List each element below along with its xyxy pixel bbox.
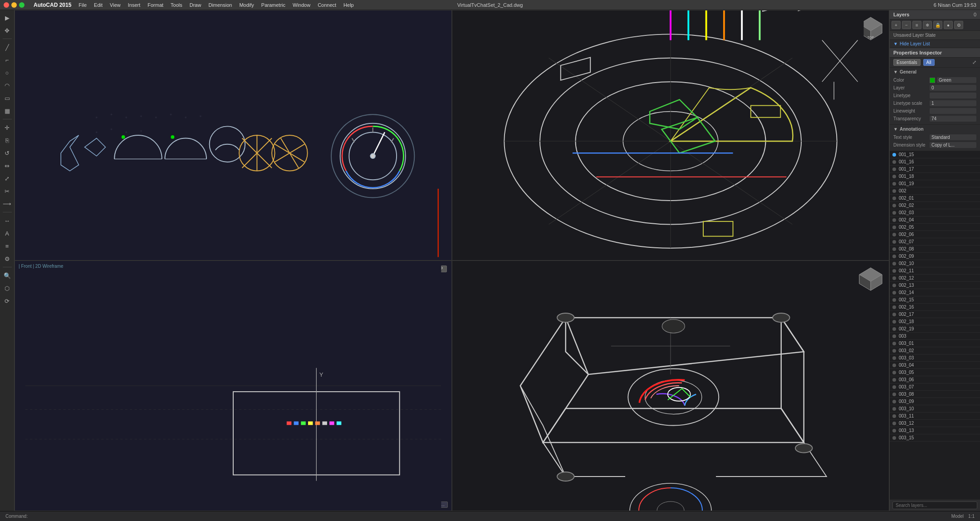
layer-row[interactable]: 002_16 xyxy=(890,304,980,311)
layer-value[interactable]: 0 xyxy=(930,85,976,91)
layer-row[interactable]: 001_17 xyxy=(890,166,980,173)
layer-row[interactable]: 003_13 xyxy=(890,427,980,434)
layer-row[interactable]: 003_02 xyxy=(890,347,980,354)
hide-layer-list-btn[interactable]: ▼ Hide Layer List xyxy=(890,40,980,48)
menu-insert[interactable]: Insert xyxy=(128,2,141,8)
tool-hatch[interactable]: ▦ xyxy=(1,105,13,117)
layer-row[interactable]: 002_12 xyxy=(890,275,980,282)
tool-polyline[interactable]: ⌐ xyxy=(1,54,13,66)
tool-arc[interactable]: ◠ xyxy=(1,79,13,91)
layer-row[interactable]: 003_11 xyxy=(890,413,980,420)
tool-pan[interactable]: ✥ xyxy=(1,25,13,36)
layer-row[interactable]: 003_10 xyxy=(890,405,980,413)
tool-trim[interactable]: ✂ xyxy=(1,185,13,197)
menu-file[interactable]: File xyxy=(78,2,87,8)
tool-move[interactable]: ✛ xyxy=(1,122,13,133)
viewport-top-right[interactable]: TOP xyxy=(452,10,889,260)
layer-row[interactable]: 003_03 xyxy=(890,354,980,362)
menu-parametric[interactable]: Parametric xyxy=(261,2,285,8)
layer-row[interactable]: 002_08 xyxy=(890,246,980,253)
tool-copy[interactable]: ⎘ xyxy=(1,134,13,146)
tool-extend[interactable]: ⟶ xyxy=(1,198,13,210)
layer-row[interactable]: 002_11 xyxy=(890,267,980,275)
linetype-value[interactable] xyxy=(930,93,976,98)
layer-row[interactable]: 003_04 xyxy=(890,362,980,369)
layer-row[interactable]: 002_15 xyxy=(890,296,980,304)
color-value[interactable]: Green xyxy=(937,77,976,83)
layer-color-btn[interactable]: ● xyxy=(944,21,953,29)
layer-row[interactable]: 002_06 xyxy=(890,231,980,238)
layer-row[interactable]: 003_06 xyxy=(890,376,980,383)
layer-row[interactable]: 002_09 xyxy=(890,253,980,260)
layer-row[interactable]: 003_01 xyxy=(890,340,980,347)
menu-view[interactable]: View xyxy=(110,2,121,8)
layer-row[interactable]: 002_07 xyxy=(890,238,980,246)
layer-row[interactable]: 003 xyxy=(890,333,980,340)
layer-freeze-btn[interactable]: ❄ xyxy=(923,21,932,29)
viewport-top-left[interactable]: N S W E xyxy=(15,10,452,260)
maximize-button[interactable] xyxy=(19,2,24,8)
layers-list[interactable]: 001_15001_16001_17001_18001_19002002_010… xyxy=(890,151,980,499)
layer-row[interactable]: 002_03 xyxy=(890,209,980,216)
layer-row[interactable]: 003_12 xyxy=(890,420,980,427)
layer-row[interactable]: 002 xyxy=(890,187,980,195)
tool-line[interactable]: ╱ xyxy=(1,41,13,53)
menu-draw[interactable]: Draw xyxy=(190,2,201,8)
layer-lock-btn[interactable]: 🔒 xyxy=(933,21,942,29)
layer-state-btn[interactable]: ≡ xyxy=(912,21,921,29)
viewport-bottom-right[interactable] xyxy=(452,260,889,511)
menu-edit[interactable]: Edit xyxy=(94,2,103,8)
tool-properties[interactable]: ⚙ xyxy=(1,253,13,265)
menu-window[interactable]: Window xyxy=(293,2,310,8)
layer-row[interactable]: 002_01 xyxy=(890,195,980,202)
layer-row[interactable]: 002_17 xyxy=(890,311,980,318)
layer-row[interactable]: 002_13 xyxy=(890,282,980,289)
close-button[interactable] xyxy=(4,2,9,8)
layer-settings-btn[interactable]: ⚙ xyxy=(954,21,963,29)
menu-help[interactable]: Help xyxy=(343,2,354,8)
lineweight-value[interactable] xyxy=(930,108,976,114)
menu-dimension[interactable]: Dimension xyxy=(208,2,232,8)
tool-3dview[interactable]: ⬡ xyxy=(1,282,13,294)
all-button[interactable]: All xyxy=(923,59,935,66)
tool-zoom[interactable]: 🔍 xyxy=(1,270,13,281)
tool-select[interactable]: ▶ xyxy=(1,12,13,24)
menu-format[interactable]: Format xyxy=(147,2,163,8)
text-style-value[interactable]: Standard xyxy=(930,134,976,140)
minimize-button[interactable] xyxy=(11,2,17,8)
layer-row[interactable]: 002_14 xyxy=(890,289,980,296)
layer-row[interactable]: 003_09 xyxy=(890,398,980,405)
layer-row[interactable]: 003_07 xyxy=(890,383,980,391)
tool-scale[interactable]: ⤢ xyxy=(1,172,13,184)
tool-rotate[interactable]: ↺ xyxy=(1,147,13,159)
layer-row[interactable]: 001_16 xyxy=(890,158,980,166)
tool-layer[interactable]: ≡ xyxy=(1,240,13,252)
model-tab[interactable]: Model xyxy=(951,514,964,519)
linetype-scale-value[interactable]: 1 xyxy=(930,100,976,106)
tool-dimension[interactable]: ↔ xyxy=(1,215,13,226)
new-layer-btn[interactable]: + xyxy=(892,21,901,29)
layer-row[interactable]: 002_18 xyxy=(890,318,980,325)
tool-orbit[interactable]: ⟳ xyxy=(1,295,13,307)
layer-row[interactable]: 002_02 xyxy=(890,202,980,209)
color-swatch[interactable] xyxy=(930,78,935,83)
transparency-value[interactable]: 74 xyxy=(930,116,976,122)
layer-row[interactable]: 001_18 xyxy=(890,173,980,180)
layer-row[interactable]: 001_19 xyxy=(890,180,980,187)
layer-row[interactable]: 002_10 xyxy=(890,260,980,267)
layer-search-input[interactable] xyxy=(892,501,977,509)
tool-mirror[interactable]: ⇔ xyxy=(1,160,13,172)
dim-style-value[interactable]: Copy of L... xyxy=(930,142,976,148)
delete-layer-btn[interactable]: − xyxy=(902,21,911,29)
viewport-bottom-left[interactable]: | Front | 2D Wireframe TOP Constrained O… xyxy=(15,260,452,511)
expand-icon[interactable]: ⤢ xyxy=(972,59,976,65)
essentials-button[interactable]: Essentials xyxy=(893,59,921,66)
menu-connect[interactable]: Connect xyxy=(318,2,336,8)
layer-row[interactable]: 003_15 xyxy=(890,434,980,442)
layer-row[interactable]: 001_15 xyxy=(890,151,980,158)
layer-row[interactable]: 002_19 xyxy=(890,325,980,333)
layer-row[interactable]: 002_05 xyxy=(890,224,980,231)
menu-tools[interactable]: Tools xyxy=(171,2,182,8)
layer-row[interactable]: 003_05 xyxy=(890,369,980,376)
menu-modify[interactable]: Modify xyxy=(239,2,254,8)
